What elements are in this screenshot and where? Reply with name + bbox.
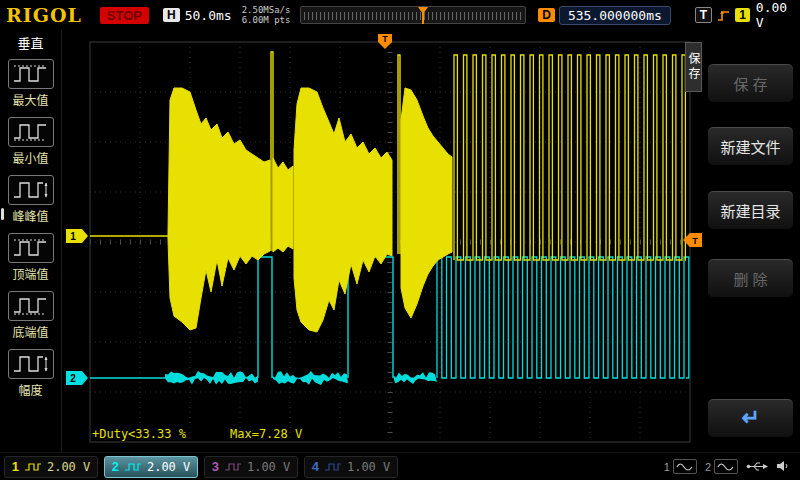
vtop-waveform-icon [8, 233, 54, 263]
measurement-duty: +Duty<33.33 % [92, 427, 186, 441]
delay-value: 535.000000ms [559, 6, 671, 25]
menu-item-label: 顶端值 [0, 265, 61, 282]
source1-wave-icon [673, 459, 697, 474]
menu-item-label: 峰峰值 [0, 207, 61, 224]
channel1-scale: 2.00 V [47, 460, 90, 474]
channel4-block[interactable]: 4 1.00 V [304, 456, 398, 478]
channel3-scale: 1.00 V [247, 460, 290, 474]
trigger-t-label: T [382, 34, 388, 44]
enter-button[interactable]: ↵ [707, 398, 794, 438]
menu-item-label: 幅度 [0, 381, 61, 398]
menu-item-vbase[interactable]: 底端值 [0, 291, 61, 340]
trigger-level-t-label: T [692, 236, 698, 246]
trigger-source-badge: 1 [735, 8, 750, 22]
delay-label: D [538, 8, 555, 22]
acquisition-info: 2.50MSa/s 6.00M pts [242, 5, 291, 26]
oscilloscope-screen: 12TT 保存 +Duty<33.33 % Max=7.28 V [62, 30, 702, 452]
status-icons: 1 2 [664, 458, 800, 476]
source2-wave-icon [714, 459, 738, 474]
channel2-number: 2 [112, 459, 119, 474]
menu-item-label: 底端值 [0, 323, 61, 340]
menu-scroll-indicator [1, 208, 4, 220]
right-softkey-menu: 保 存 新建文件 新建目录 删 除 ↵ [702, 30, 800, 452]
sample-rate: 2.50MSa/s [242, 5, 291, 15]
menu-tab-title: 保存 [685, 42, 702, 92]
left-menu-title: 垂直 [0, 30, 61, 50]
trigger-position-marker [418, 7, 428, 14]
trigger-level-value: 0.00 V [756, 0, 800, 30]
menu-item-vmin[interactable]: 最小值 [0, 117, 61, 166]
save-button[interactable]: 保 存 [707, 63, 794, 103]
waveform-position-bar[interactable] [300, 6, 526, 24]
rigol-logo: RIGOL [6, 4, 82, 26]
delete-button[interactable]: 删 除 [707, 258, 794, 298]
menu-item-label: 最小值 [0, 149, 61, 166]
memory-depth: 6.00M pts [242, 15, 291, 25]
channel4-scale: 1.00 V [347, 460, 390, 474]
channel1-block[interactable]: 1 2.00 V [4, 456, 98, 478]
new-directory-button[interactable]: 新建目录 [707, 190, 794, 230]
waveform-display: 12TT [62, 30, 702, 452]
channel4-number: 4 [312, 459, 319, 474]
trigger-label: T [695, 7, 712, 23]
trigger-slope-icon [717, 8, 730, 23]
source1-number: 1 [664, 461, 670, 473]
menu-item-vamp[interactable]: 幅度 [0, 349, 61, 398]
channel3-number: 3 [212, 459, 219, 474]
menu-item-vtop[interactable]: 顶端值 [0, 233, 61, 282]
vbase-waveform-icon [8, 291, 54, 321]
source2-indicator[interactable]: 2 [705, 459, 738, 474]
source2-number: 2 [705, 461, 711, 473]
new-file-button[interactable]: 新建文件 [707, 126, 794, 166]
channel4-waveform-icon [324, 462, 342, 472]
bottom-status-bar: 1 2.00 V 2 2.00 V 3 1.00 V 4 1.00 V 1 2 [0, 452, 800, 480]
ch1-position-marker-label: 1 [70, 231, 76, 242]
source1-indicator[interactable]: 1 [664, 459, 697, 474]
channel2-waveform-icon [124, 462, 142, 472]
menu-item-label: 最大值 [0, 91, 61, 108]
channel1-number: 1 [12, 459, 19, 474]
vmin-waveform-icon [8, 117, 54, 147]
menu-item-vmax[interactable]: 最大值 [0, 59, 61, 108]
channel1-waveform-icon [24, 462, 42, 472]
menu-item-vpp[interactable]: 峰峰值 [0, 175, 61, 224]
measurement-max: Max=7.28 V [230, 427, 302, 441]
channel2-block[interactable]: 2 2.00 V [104, 456, 198, 478]
channel3-waveform-icon [224, 462, 242, 472]
memory-waveform-pattern [304, 12, 522, 20]
vmax-waveform-icon [8, 59, 54, 89]
vamp-waveform-icon [8, 349, 54, 379]
run-state-badge[interactable]: STOP [100, 7, 149, 24]
top-status-bar: RIGOL STOP H 50.0ms 2.50MSa/s 6.00M pts … [0, 0, 800, 30]
vpp-waveform-icon [8, 175, 54, 205]
enter-arrow-icon: ↵ [741, 405, 759, 431]
usb-icon [746, 458, 768, 476]
ch2-position-marker-label: 2 [70, 373, 76, 384]
channel3-block[interactable]: 3 1.00 V [204, 456, 298, 478]
timebase-value: 50.0ms [185, 8, 232, 23]
speaker-icon [776, 458, 790, 476]
channel2-scale: 2.00 V [147, 460, 190, 474]
left-measure-menu: 垂直 最大值 最小值 峰峰值 顶端值 底端值 幅度 [0, 30, 62, 452]
horizontal-label: H [163, 8, 180, 22]
